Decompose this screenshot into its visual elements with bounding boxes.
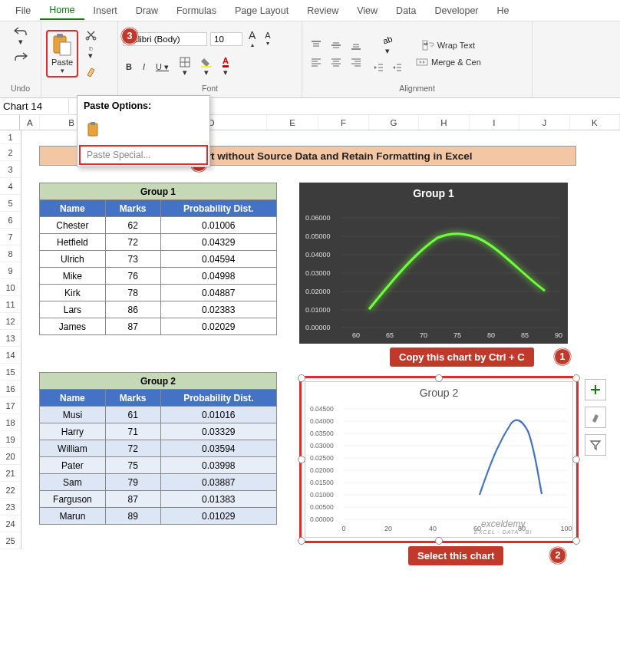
table-group-2: Group 2 Name Marks Probability Dist. Mus…: [39, 372, 277, 525]
col-header-J[interactable]: J: [519, 115, 569, 130]
col-header-I[interactable]: I: [470, 115, 519, 130]
svg-text:0.02000: 0.02000: [310, 466, 334, 474]
align-middle-button[interactable]: [327, 38, 345, 52]
tab-draw[interactable]: Draw: [127, 2, 167, 19]
svg-text:75: 75: [453, 331, 461, 339]
align-bottom-button[interactable]: [347, 38, 365, 52]
increase-font-icon[interactable]: A▴: [246, 28, 259, 50]
table-row: Chester620.01006: [40, 217, 277, 234]
chart-elements-button[interactable]: [585, 379, 606, 400]
svg-text:60: 60: [352, 331, 360, 339]
tab-help[interactable]: He: [488, 2, 519, 19]
group-label-alignment: Alignment: [307, 82, 527, 94]
svg-text:0.03000: 0.03000: [305, 269, 331, 277]
svg-text:90: 90: [555, 331, 562, 339]
tab-file[interactable]: File: [6, 2, 40, 19]
callout-select: Select this chart: [408, 546, 503, 565]
col-header-H[interactable]: H: [419, 115, 469, 130]
callout-badge-2: 2: [549, 547, 566, 564]
format-painter-button[interactable]: [81, 64, 100, 81]
svg-text:0.04500: 0.04500: [310, 405, 334, 413]
tab-insert[interactable]: Insert: [84, 2, 127, 19]
callout-copy: Copy this chart by Ctrl + C: [390, 348, 534, 367]
chart1-title: Group 1: [299, 183, 568, 201]
svg-text:0.03000: 0.03000: [310, 442, 334, 450]
paste-option-clipboard[interactable]: [84, 119, 105, 140]
font-color-button[interactable]: A▾: [219, 54, 232, 79]
wrap-text-button[interactable]: abWrap Text: [413, 38, 484, 52]
align-center-button[interactable]: [327, 55, 345, 69]
table-row: Sam790.03887: [40, 474, 277, 491]
tab-view[interactable]: View: [348, 2, 387, 19]
wrap-text-icon: ab: [422, 40, 434, 51]
chart1-plot: 0.06000 0.05000 0.04000 0.03000 0.02000 …: [299, 201, 568, 339]
svg-text:ab: ab: [381, 34, 394, 45]
brush-icon: [589, 411, 602, 423]
name-box[interactable]: [0, 99, 69, 114]
copy-button[interactable]: ▾: [81, 45, 100, 62]
align-top-button[interactable]: [307, 38, 325, 52]
tab-developer[interactable]: Developer: [426, 2, 488, 19]
svg-rect-42: [88, 124, 97, 136]
undo-button[interactable]: ▾: [11, 25, 31, 48]
svg-text:85: 85: [521, 331, 529, 339]
fill-color-button[interactable]: ▾: [198, 55, 215, 79]
col-header-G[interactable]: G: [369, 115, 419, 130]
paste-button[interactable]: Paste ▾: [46, 30, 78, 77]
decrease-font-icon[interactable]: A▾: [262, 29, 273, 48]
svg-text:0.04000: 0.04000: [310, 417, 334, 425]
chart-group-1[interactable]: Group 1 0.06000 0.05000 0.04000 0.03000 …: [299, 183, 568, 344]
row-headers: 1234567891011121314151617181920212223242…: [0, 130, 21, 549]
table-row: Kirk780.04887: [40, 285, 277, 301]
tab-review[interactable]: Review: [298, 2, 348, 19]
table-row: Harry710.03329: [40, 423, 277, 440]
align-left-button[interactable]: [307, 55, 325, 69]
chart-group-2-selection[interactable]: Group 2 0.045000.040000.035000.030000.02…: [299, 376, 579, 543]
col-header-A[interactable]: A: [20, 115, 40, 130]
plus-icon: [589, 384, 602, 396]
underline-button[interactable]: U ▾: [153, 61, 172, 74]
funnel-icon: [589, 439, 602, 451]
orientation-button[interactable]: ab▾: [370, 32, 405, 58]
callout-badge-1: 1: [554, 348, 571, 365]
merge-center-button[interactable]: Merge & Cen: [413, 55, 484, 69]
svg-text:0: 0: [341, 525, 345, 532]
chart-group-2[interactable]: Group 2 0.045000.040000.035000.030000.02…: [305, 381, 573, 538]
increase-indent-button[interactable]: [388, 61, 405, 74]
chart-filter-button[interactable]: [585, 434, 606, 456]
bold-button[interactable]: B: [123, 61, 135, 73]
table-row: Marun890.01029: [40, 508, 277, 525]
col-header-K[interactable]: K: [570, 115, 620, 130]
paste-special-item[interactable]: Paste Special...: [79, 145, 208, 165]
ribbon-tabs: File Home Insert Draw Formulas Page Layo…: [0, 0, 620, 21]
paste-options-header: Paste Options:: [78, 96, 209, 116]
svg-text:0.01000: 0.01000: [310, 491, 334, 499]
tab-formulas[interactable]: Formulas: [167, 2, 226, 19]
group-label-font: Font: [123, 82, 297, 94]
table-row: Farguson870.01383: [40, 491, 277, 508]
cut-button[interactable]: [81, 27, 100, 44]
decrease-indent-button[interactable]: [370, 61, 387, 74]
svg-text:20: 20: [384, 525, 392, 532]
tab-page-layout[interactable]: Page Layout: [226, 2, 298, 19]
paste-dropdown: Paste Options: Paste Special...: [77, 95, 210, 167]
chart-styles-button[interactable]: [585, 407, 606, 428]
col-header-F[interactable]: F: [318, 115, 368, 130]
table-row: Hetfield720.04329: [40, 234, 277, 251]
font-size-selector[interactable]: [210, 32, 242, 46]
svg-text:0.00000: 0.00000: [310, 516, 334, 523]
redo-button[interactable]: [11, 50, 31, 64]
worksheet-cells[interactable]: Copying Chart without Source Data and Re…: [21, 130, 620, 549]
chart2-plot: 0.045000.040000.035000.030000.025000.020…: [305, 400, 574, 535]
svg-text:0.06000: 0.06000: [305, 214, 331, 222]
tab-data[interactable]: Data: [387, 2, 425, 19]
svg-rect-43: [91, 122, 95, 125]
borders-button[interactable]: ▾: [176, 55, 193, 79]
svg-text:100: 100: [560, 525, 572, 532]
svg-rect-41: [417, 59, 427, 65]
table-row: Musi610.01016: [40, 407, 277, 423]
align-right-button[interactable]: [347, 55, 365, 69]
tab-home[interactable]: Home: [40, 2, 84, 20]
col-header-E[interactable]: E: [267, 115, 318, 130]
italic-button[interactable]: I: [140, 61, 148, 73]
